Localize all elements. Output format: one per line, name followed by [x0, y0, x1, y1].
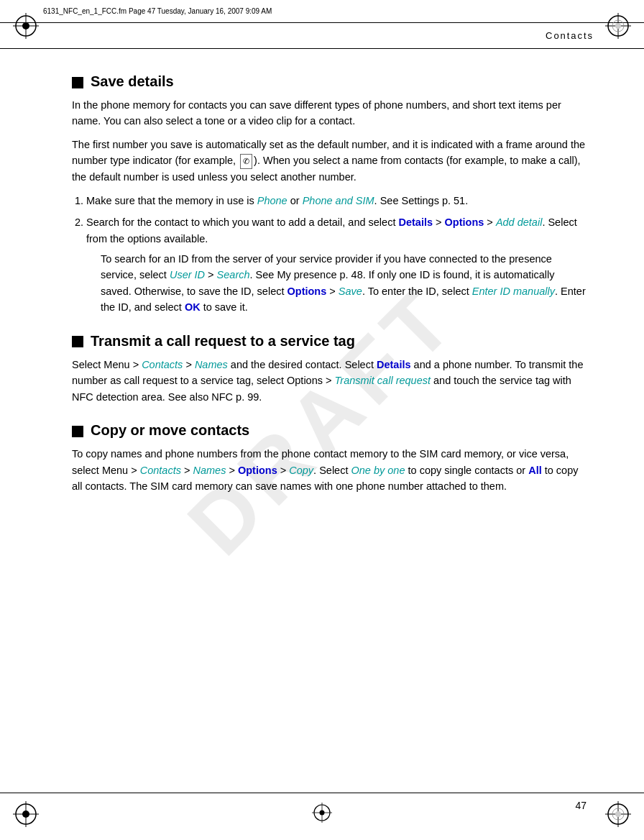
section-square-icon	[72, 77, 83, 88]
gt-1: Options	[445, 216, 484, 228]
page-number: 47	[575, 800, 586, 811]
link-details: Details	[398, 216, 433, 228]
link-one-by-one: One by one	[351, 465, 405, 476]
save-details-para1: In the phone memory for contacts you can…	[72, 97, 586, 129]
link-details-2: Details	[377, 359, 411, 370]
copy-move-para: To copy names and phone numbers from the…	[72, 446, 586, 494]
list-item-1: Make sure that the memory in use is Phon…	[86, 193, 586, 209]
section-heading-save-details: Save details	[91, 73, 174, 90]
link-search: Search	[217, 269, 250, 280]
list-item-2: Search for the contact to which you want…	[86, 214, 586, 316]
bottom-border	[0, 793, 644, 793]
page-header: Contacts	[0, 23, 644, 49]
corner-mark-bl	[13, 801, 39, 827]
link-transmit-call: Transmit call request	[335, 375, 431, 386]
section-heading-transmit: Transmit a call request to a service tag	[91, 333, 355, 350]
header-bar: 6131_NFC_en_1_FCC.fm Page 47 Tuesday, Ja…	[0, 0, 644, 23]
link-user-id: User ID	[170, 269, 205, 280]
file-info: 6131_NFC_en_1_FCC.fm Page 47 Tuesday, Ja…	[43, 7, 601, 15]
link-phone: Phone	[257, 195, 288, 206]
section-copy-move: Copy or move contacts	[72, 422, 586, 439]
numbered-list: Make sure that the memory in use is Phon…	[86, 193, 586, 316]
link-names-2: Names	[193, 465, 226, 476]
link-options-2: Options	[288, 286, 327, 297]
section-transmit: Transmit a call request to a service tag	[72, 333, 586, 350]
svg-point-17	[615, 811, 621, 817]
save-details-para2: The first number you save is automatical…	[72, 137, 586, 186]
section-square-icon-3	[72, 426, 83, 437]
link-contacts-1: Contacts	[142, 359, 183, 370]
link-copy: Copy	[289, 465, 313, 476]
link-save: Save	[339, 286, 362, 297]
section-save-details: Save details	[72, 73, 586, 90]
list-item-2-subpara: To search for an ID from the server of y…	[101, 251, 586, 316]
page-title: Contacts	[546, 30, 594, 41]
svg-point-12	[22, 811, 29, 818]
link-options-1: Options	[445, 216, 484, 228]
mid-bottom-mark	[312, 803, 332, 826]
link-all: All	[528, 465, 542, 476]
section-heading-copy-move: Copy or move contacts	[91, 422, 249, 439]
section-square-icon-2	[72, 336, 83, 347]
main-content: Save details In the phone memory for con…	[72, 49, 586, 782]
link-phone-sim: Phone and SIM	[303, 195, 374, 206]
link-add-detail: Add detail	[496, 216, 543, 228]
link-contacts-2: Contacts	[140, 465, 181, 476]
phone-icon: ✆	[240, 154, 252, 169]
transmit-para: Select Menu > Contacts > Names and the d…	[72, 357, 586, 405]
link-names-1: Names	[195, 359, 228, 370]
corner-mark-br	[605, 801, 631, 827]
svg-point-21	[320, 811, 325, 816]
link-ok: OK	[185, 301, 201, 313]
link-enter-id: Enter ID manually	[472, 286, 555, 297]
link-options-3: Options	[238, 465, 277, 476]
